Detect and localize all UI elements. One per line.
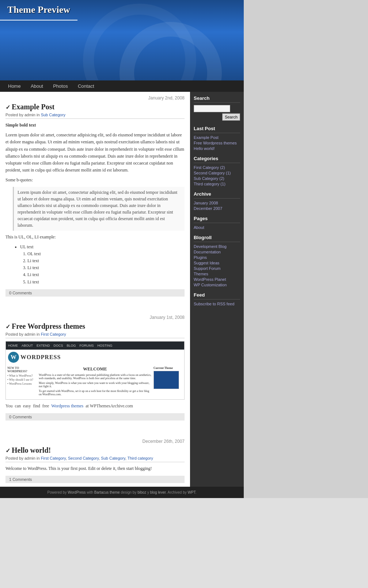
list-ol-header: OL text [27, 250, 185, 257]
post-3-body: Welcome to WordPress. This is your first… [5, 465, 185, 472]
wp-get-started: To get started with WordPress, set it up… [39, 389, 151, 396]
blogroll-link-2[interactable]: Documentation [194, 250, 240, 254]
sidebar-search-title: Search [194, 95, 240, 103]
search-input[interactable] [194, 105, 230, 112]
main-content: January 2nd, 2008 Example Post Posted by… [0, 92, 190, 487]
sidebar-categories-section: Categories First Category (2) Second Cat… [194, 156, 240, 186]
category-link-1[interactable]: First Category (2) [194, 165, 240, 170]
search-button[interactable]: Search [222, 113, 240, 121]
wp-logo-area: W WORDPRESS [6, 350, 184, 365]
post-2-title: Free Wordpress themes [5, 322, 185, 331]
wp-welcome-title: WELCOME [39, 366, 151, 372]
post-1-meta: Posted by admin in Sub Category [5, 113, 185, 119]
sidebar-blogroll-title: Blogroll [194, 235, 240, 242]
post-1-blockquote: Lorem ipsum dolor sit amet, consectetur … [13, 187, 185, 231]
wp-nav-blog: BLOG [67, 344, 76, 347]
sidebar-blogroll-section: Blogroll Development Blog Documentation … [194, 235, 240, 287]
post-2: January 1st, 2008 Free Wordpress themes … [5, 315, 185, 421]
nav-about[interactable]: About [26, 80, 48, 92]
post-1-list-label: This is UL, OL, LI example: [5, 234, 185, 241]
post-1-title: Example Post [5, 103, 185, 111]
post-1-body: Simple bold text Lorem ipsum dolor sit a… [5, 122, 185, 286]
wp-logo-icon: W [8, 352, 19, 363]
footer-blog-lever-link[interactable]: blog lever [150, 490, 166, 494]
last-post-link-2[interactable]: Free Wordpress themes [194, 141, 240, 145]
site-title: Theme Preview [0, 0, 77, 20]
footer-theme-link[interactable]: Bartacus theme [94, 490, 120, 494]
nav-home[interactable]: Home [4, 80, 25, 92]
post-1: January 2nd, 2008 Example Post Posted by… [5, 95, 185, 297]
list-li-2: Li text [27, 264, 185, 271]
rss-feed-link[interactable]: Subscribe to RSS feed [194, 302, 240, 306]
wp-nav-hosting: HOSTING [98, 344, 113, 347]
sidebar-search-section: Search Search [194, 95, 240, 121]
nav-photos[interactable]: Photos [49, 80, 72, 92]
post-2-meta: Posted by admin in First Category [5, 332, 185, 338]
sidebar-search-form: Search [194, 105, 240, 121]
wp-nav-extend: EXTEND [37, 344, 50, 347]
blogroll-link-1[interactable]: Development Blog [194, 244, 240, 249]
sidebar-last-post-title: Last Post [194, 126, 240, 133]
site-footer: Powered by WordPress with Bartacus theme… [0, 487, 244, 498]
post-1-list: UL text OL text Li text Li text Li text … [13, 244, 185, 286]
post-2-date: January 1st, 2008 [5, 315, 185, 320]
wp-logo-text: WORDPRESS [20, 354, 61, 361]
post-3: December 26th, 2007 Hello world! Posted … [5, 439, 185, 483]
category-link-3[interactable]: Sub Category (2) [194, 176, 240, 181]
list-li-1: Li text [27, 257, 185, 264]
post-3-text: Welcome to WordPress. This is your first… [5, 465, 185, 472]
wp-current-theme-label: Current Theme [153, 366, 183, 370]
right-panel [244, 0, 368, 498]
blogroll-link-5[interactable]: Support Forum [194, 266, 240, 271]
blogroll-link-8[interactable]: WP Customization [194, 283, 240, 287]
sidebar: Search Search Last Post Example Post Fre… [190, 92, 244, 487]
blogroll-link-6[interactable]: Themes [194, 272, 240, 276]
blogroll-link-4[interactable]: Suggest Ideas [194, 261, 240, 265]
nav-contact[interactable]: Contact [73, 80, 99, 92]
blogroll-link-3[interactable]: Plugins [194, 255, 240, 260]
post-3-cat-2[interactable]: Second Category [68, 456, 99, 460]
wp-nav-forums: FORUMS [80, 344, 94, 347]
list-ul-item: UL text OL text Li text Li text Li text … [20, 244, 185, 286]
footer-wpt-link[interactable]: WPT [188, 490, 196, 494]
footer-biboz-link[interactable]: biboz [137, 490, 146, 494]
post-1-category[interactable]: Sub Category [41, 113, 65, 117]
archive-link-2[interactable]: December 2007 [194, 206, 240, 211]
post-2-category[interactable]: First Category [41, 332, 66, 336]
last-post-link-1[interactable]: Example Post [194, 135, 240, 140]
sidebar-feed-title: Feed [194, 292, 240, 299]
post-2-comments: 0 Comments [5, 413, 185, 421]
post-1-bold: Simple bold text [5, 122, 36, 128]
last-post-link-3[interactable]: Hello world! [194, 146, 240, 151]
post-1-comments: 0 Comments [5, 289, 185, 297]
list-li-4: Li text [27, 279, 185, 286]
wp-nav-about: ABOUT [22, 344, 33, 347]
wp-link-2: • Why should I use it? [7, 378, 37, 381]
wordpress-themes-link[interactable]: Wordpress themes [51, 403, 83, 408]
list-li-3: Li text [27, 271, 185, 278]
wp-body: NEW TO WORDPRESS? • What is WordPress? •… [6, 365, 184, 399]
post-3-cat-3[interactable]: Sub Category [101, 456, 125, 460]
category-link-2[interactable]: Second Category (1) [194, 171, 240, 175]
post-3-title: Hello world! [5, 446, 185, 455]
post-1-bquotes-label: Some b-quotes: [5, 177, 185, 184]
category-link-4[interactable]: Third category (1) [194, 182, 240, 186]
wp-new-to: NEW TO WORDPRESS? [7, 366, 37, 373]
archive-link-1[interactable]: January 2008 [194, 201, 240, 205]
sidebar-feed-section: Feed Subscribe to RSS feed [194, 292, 240, 306]
separator-1 [5, 302, 185, 309]
wp-theme-preview-box [153, 371, 179, 389]
wp-left-sidebar: NEW TO WORDPRESS? • What is WordPress? •… [7, 366, 37, 398]
wp-welcome-text: WordPress is a state-of-the-art semantic… [39, 373, 151, 380]
post-3-cat-1[interactable]: First Category [41, 456, 66, 460]
post-3-cat-4[interactable]: Third category [128, 456, 153, 460]
wp-screenshot: HOME ABOUT EXTEND DOCS BLOG FORUMS HOSTI… [5, 341, 185, 400]
wp-link-1: • What is WordPress? [7, 374, 37, 377]
wp-nav-home: HOME [8, 344, 18, 347]
sidebar-archive-section: Archive January 2008 December 2007 [194, 191, 240, 211]
sidebar-archive-title: Archive [194, 191, 240, 199]
post-1-date: January 2nd, 2008 [5, 95, 185, 101]
footer-wp-link[interactable]: WordPress [68, 490, 86, 494]
page-link-about[interactable]: About [194, 225, 240, 230]
blogroll-link-7[interactable]: WordPress Planet [194, 277, 240, 282]
